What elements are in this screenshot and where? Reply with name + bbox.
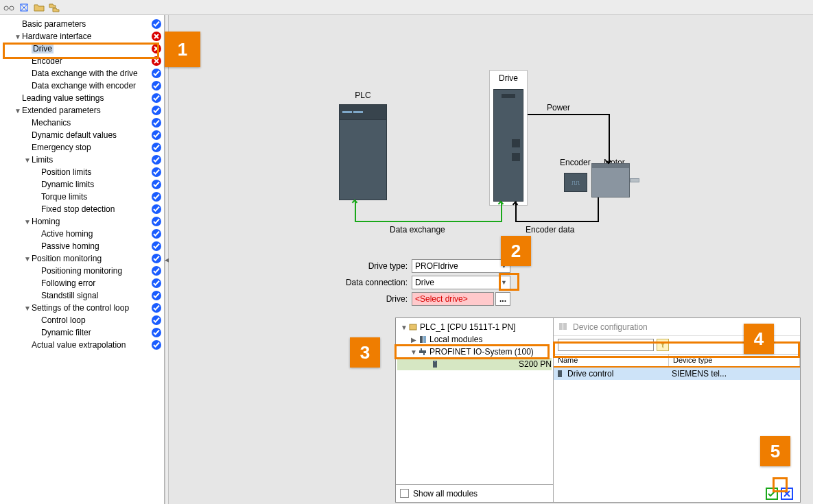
tree-node[interactable]: ▼Extended parameters xyxy=(0,104,164,117)
callout-2: 2 xyxy=(501,236,531,266)
picker-node-local[interactable]: ▶ Local modules xyxy=(397,333,552,346)
tree-node-label: Mechanics xyxy=(32,118,71,128)
tree-node-label: Dynamic limits xyxy=(41,180,94,189)
drive-type-select[interactable]: PROFIdrive▼ xyxy=(412,259,510,273)
tree-node[interactable]: Encoder xyxy=(0,55,164,67)
status-ok-icon xyxy=(152,217,161,226)
tree-node[interactable]: Control loop xyxy=(0,314,164,326)
tree-node-label: Dynamic default values xyxy=(32,130,117,140)
tree-node[interactable]: ▼Limits xyxy=(0,154,164,166)
tree-node[interactable]: Positioning monitoring xyxy=(0,265,164,277)
tree-node-label: Positioning monitoring xyxy=(41,266,122,276)
tree-node[interactable]: Position limits xyxy=(0,166,164,178)
tree-node[interactable]: Basic parameters xyxy=(0,18,164,30)
folder-tree-icon[interactable] xyxy=(48,1,60,14)
tree-node[interactable]: Following error xyxy=(0,277,164,289)
drive-select[interactable]: <Select drive> xyxy=(412,292,494,306)
data-connection-select[interactable]: Drive▼ xyxy=(412,276,510,289)
status-ok-icon xyxy=(152,81,161,91)
status-error-icon xyxy=(152,44,161,53)
tree-node[interactable]: Dynamic filter xyxy=(0,326,164,339)
tree-node[interactable]: Fixed stop detection xyxy=(0,203,164,215)
tree-node[interactable]: Leading value settings xyxy=(0,92,164,104)
main-canvas: PLC Drive Power Encoder ⎍⎍ Motor Data ex… xyxy=(169,15,813,504)
status-ok-icon xyxy=(152,340,161,350)
tree-node-label: Fixed stop detection xyxy=(41,204,115,214)
svg-rect-12 xyxy=(563,323,567,330)
plc-block xyxy=(339,104,387,200)
filter-button[interactable] xyxy=(657,339,669,351)
device-config-icon xyxy=(558,321,570,333)
tree-node-label: Torque limits xyxy=(41,192,87,202)
status-ok-icon xyxy=(152,93,161,103)
tree-node[interactable]: Dynamic default values xyxy=(0,129,164,141)
caret-icon: ▼ xyxy=(14,33,22,40)
tree-node-label: Dynamic filter xyxy=(41,328,91,337)
status-ok-icon xyxy=(152,106,161,115)
tree-node[interactable]: Active homing xyxy=(0,228,164,240)
status-ok-icon xyxy=(152,278,161,288)
svg-rect-11 xyxy=(559,323,563,330)
tree-node[interactable]: Torque limits xyxy=(0,191,164,203)
picker-tree: ▼ PLC_1 [CPU 1511T-1 PN] ▶ Local modules… xyxy=(396,318,553,484)
network-icon xyxy=(418,348,427,356)
tree-node[interactable]: ▼Position monitoring xyxy=(0,252,164,265)
parameter-tree: Basic parameters▼Hardware interfaceDrive… xyxy=(0,15,165,504)
cancel-button[interactable] xyxy=(781,488,793,500)
svg-point-1 xyxy=(10,6,14,10)
svg-rect-6 xyxy=(419,350,426,353)
tree-node[interactable]: Emergency stop xyxy=(0,141,164,154)
drive-icon xyxy=(430,360,440,368)
tree-node[interactable]: ▼Settings of the control loop xyxy=(0,302,164,314)
picker-node-profinet[interactable]: ▼ PROFINET IO-System (100) xyxy=(397,346,552,358)
tree-node-label: Data exchange with encoder xyxy=(32,81,136,91)
tree-node[interactable]: ▼Homing xyxy=(0,215,164,228)
tree-node[interactable]: Standstill signal xyxy=(0,289,164,302)
svg-rect-3 xyxy=(410,324,416,330)
caret-icon: ▼ xyxy=(23,156,32,164)
tree-node[interactable]: Data exchange with the drive xyxy=(0,67,164,80)
table-header: Name Device type xyxy=(554,354,800,368)
eyeglasses-icon[interactable] xyxy=(3,1,15,14)
tree-node[interactable]: Mechanics xyxy=(0,117,164,129)
col-name[interactable]: Name xyxy=(554,355,669,366)
status-error-icon xyxy=(152,32,161,41)
expand-icon[interactable] xyxy=(18,1,30,14)
motor-block xyxy=(591,163,630,197)
toolbar xyxy=(0,0,813,15)
encoder-block: ⎍⎍ xyxy=(564,173,587,192)
picker-node-plc[interactable]: ▼ PLC_1 [CPU 1511T-1 PN] xyxy=(397,321,552,333)
status-ok-icon xyxy=(152,315,161,325)
svg-point-0 xyxy=(4,6,8,10)
tree-node[interactable]: Data exchange with encoder xyxy=(0,80,164,92)
tree-node-label: Leading value settings xyxy=(22,93,104,103)
drive-field-label: Drive: xyxy=(284,294,408,304)
data-exchange-label: Data exchange xyxy=(390,225,445,235)
confirm-button[interactable] xyxy=(766,488,778,500)
filter-input[interactable] xyxy=(558,339,654,351)
status-ok-icon xyxy=(152,204,161,214)
drive-label: Drive xyxy=(490,73,527,83)
drive-block xyxy=(493,89,523,202)
drive-browse-button[interactable]: ... xyxy=(495,292,510,306)
tree-node[interactable]: Dynamic limits xyxy=(0,178,164,191)
status-ok-icon xyxy=(152,241,161,251)
tree-node-label: Active homing xyxy=(41,229,93,239)
tree-node[interactable]: Actual value extrapolation xyxy=(0,339,164,351)
encoder-data-label: Encoder data xyxy=(526,225,574,235)
tree-node[interactable]: ▼Hardware interface xyxy=(0,30,164,43)
picker-node-s200[interactable]: S200 PN xyxy=(397,358,552,370)
folder-open-icon[interactable] xyxy=(33,1,45,14)
caret-icon: ▼ xyxy=(23,218,32,226)
show-all-checkbox[interactable] xyxy=(400,489,409,498)
tree-node[interactable]: Passive homing xyxy=(0,240,164,252)
table-row[interactable]: Drive control SIEMENS tel... xyxy=(554,368,800,380)
caret-icon: ▼ xyxy=(23,255,32,263)
tree-node[interactable]: Drive xyxy=(0,43,164,55)
status-ok-icon xyxy=(152,303,161,313)
tree-node-label: Basic parameters xyxy=(22,19,86,29)
svg-rect-13 xyxy=(558,370,562,377)
tree-node-label: Extended parameters xyxy=(22,106,101,115)
col-type[interactable]: Device type xyxy=(669,355,800,366)
status-ok-icon xyxy=(152,155,161,165)
